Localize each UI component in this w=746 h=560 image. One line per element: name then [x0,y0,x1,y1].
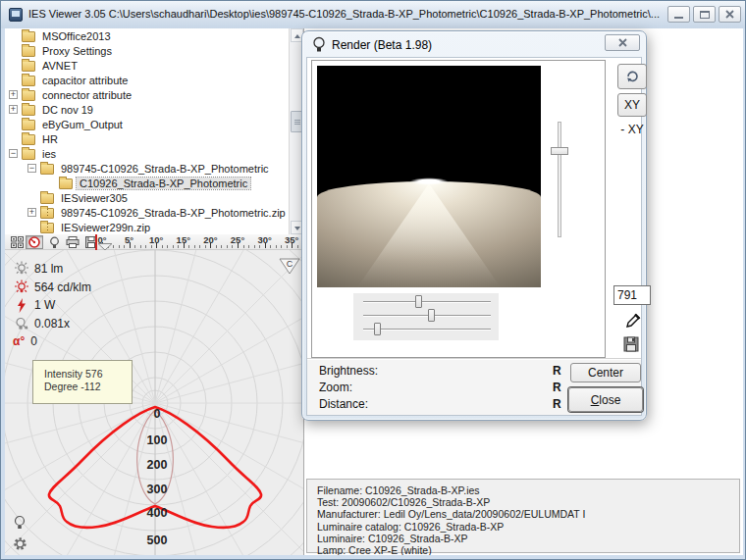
save-render-icon[interactable] [623,336,639,352]
expand-icon[interactable]: + [9,90,18,99]
tooltip-intensity: Intensity 576 [44,368,132,381]
folder-tree: MSOffice2013Proxy SettingsAVNETcapacitor… [5,28,303,234]
zoom-slider-handle[interactable] [428,309,435,322]
lamp-icon [49,236,60,249]
plane-selector[interactable]: C [279,258,300,276]
distance-slider-handle[interactable] [374,323,381,335]
tree-item[interactable]: −ies [5,146,303,161]
tree-item[interactable]: +connector attribute [5,87,303,102]
folder-icon [22,149,35,160]
tree-item[interactable]: Proxy Settings [5,43,303,58]
distance-slider-track[interactable] [363,329,491,331]
stat-row: 564 cd/klm [13,279,91,296]
ring-label: 400 [147,506,168,520]
dialog-title: Render (Beta 1.98) [332,38,432,52]
polar-diagram-button[interactable] [26,235,43,249]
info-line: Test: 20090602/C10926_Strada-B-XP [317,496,729,508]
center-label: Center [588,366,623,380]
tree-item[interactable]: IESviewer299n.zip [5,220,303,234]
maximize-icon [700,11,710,19]
lamp-button[interactable] [45,235,63,249]
tree-item-label[interactable]: AVNET [39,60,80,72]
luminaire-glow [403,177,454,186]
info-line: Manufacturer: Ledil Oy/Lens_data/2009060… [317,508,729,520]
tree-item-label[interactable]: 989745-C10926_Strada-B-XP_Photometric [58,163,272,175]
expand-icon[interactable]: + [27,208,36,217]
close-icon [617,37,628,48]
tree-item[interactable]: −989745-C10926_Strada-B-XP_Photometric [5,161,303,176]
render-scene[interactable] [317,66,541,287]
ring-label: 300 [147,483,168,496]
ruler-label: 10° [142,234,170,245]
vertical-slider-track[interactable] [558,122,561,237]
info-line: Filename: C10926_Strada-B-XP.ies [317,484,729,496]
tree-item-label[interactable]: Proxy Settings [39,45,115,57]
distance-reset[interactable]: R [553,397,561,411]
folder-icon [22,105,35,116]
print-button[interactable] [64,235,81,249]
maximize-button[interactable] [693,6,716,23]
tree-item[interactable]: eByGum_Output [5,117,303,131]
zoom-slider-track[interactable] [363,315,491,317]
zip-icon [40,208,54,219]
folder-icon [59,178,73,189]
tree-item-label[interactable]: DC nov 19 [39,104,96,116]
close-label-rest: lose [599,393,620,407]
tree-item-label[interactable]: capacitor attribute [39,75,131,86]
dialog-client-area: XY - XY Brightness: Zoom: Distance: R R … [306,57,642,416]
slider-group [353,293,499,340]
app-icon [9,8,23,22]
alpha-icon: α° [13,334,25,348]
tree-item-label[interactable]: C10926_Strada-B-XP_Photometric [77,178,250,189]
views-button[interactable] [8,235,26,249]
tree-item-label[interactable]: IESviewer299n.zip [58,222,153,233]
collapse-icon[interactable]: − [9,149,18,158]
zoom-reset[interactable]: R [553,381,561,394]
brightness-reset[interactable]: R [553,364,561,378]
tree-item[interactable]: AVNET [5,58,303,73]
brightness-slider-handle[interactable] [415,295,422,308]
tree-item-label[interactable]: ies [39,148,59,160]
folder-icon [22,76,35,86]
tree-item[interactable]: HR [5,131,303,146]
tree-item-label[interactable]: MSOffice2013 [39,30,114,42]
tree-item[interactable]: +989745-C10926_Strada-B-XP_Photometric.z… [5,205,303,220]
tree-item-label[interactable]: eByGum_Output [39,119,126,130]
tree-item-label[interactable]: IESviewer305 [58,192,131,204]
settings-gear-icon[interactable] [13,536,27,551]
title-bar: IES Viewer 3.05 C:\Users\schaudhari\Desk… [1,1,745,28]
minimize-button[interactable] [667,6,690,23]
luminaire-info-panel: Filename: C10926_Strada-B-XP.iesTest: 20… [306,479,740,553]
print-icon [66,236,80,248]
tree-item[interactable]: capacitor attribute [5,73,303,87]
tree-item-label[interactable]: connector attribute [39,89,134,101]
stat-row: 1 W [13,296,55,314]
lamp-toggle-icon[interactable] [13,515,27,531]
tree-item-label[interactable]: 989745-C10926_Strada-B-XP_Photometric.zi… [58,207,289,219]
folder-tree-panel: MSOffice2013Proxy SettingsAVNETcapacitor… [5,28,303,234]
dialog-close-button[interactable] [605,34,640,51]
flux-bulb-icon [13,261,30,277]
rotate-view-button[interactable] [617,64,647,89]
brightness-slider-track[interactable] [363,301,491,303]
stat-value: 0.081x [34,317,70,331]
vertical-slider-handle[interactable] [551,147,568,155]
close-render-button[interactable]: Close [568,387,643,412]
tree-item[interactable]: +DC nov 19 [5,102,303,117]
stat-row: 81 lm [13,260,63,278]
ruler-label: 20° [196,234,224,245]
xy-button[interactable]: XY [617,93,647,117]
eyedropper-icon[interactable] [623,313,641,331]
max-value-input[interactable] [613,285,651,305]
ring-label: 100 [147,433,168,447]
tree-item[interactable]: IESviewer305 [5,190,303,205]
tree-item[interactable]: C10926_Strada-B-XP_Photometric [5,176,303,190]
close-button[interactable] [719,6,741,23]
tree-item-label[interactable]: HR [39,133,61,145]
collapse-icon[interactable]: − [27,164,36,173]
center-button[interactable]: Center [570,363,641,382]
stat-row: 0.081x [13,315,70,332]
tree-item[interactable]: MSOffice2013 [5,28,303,43]
expand-icon[interactable]: + [9,105,18,114]
close-icon [724,9,735,20]
